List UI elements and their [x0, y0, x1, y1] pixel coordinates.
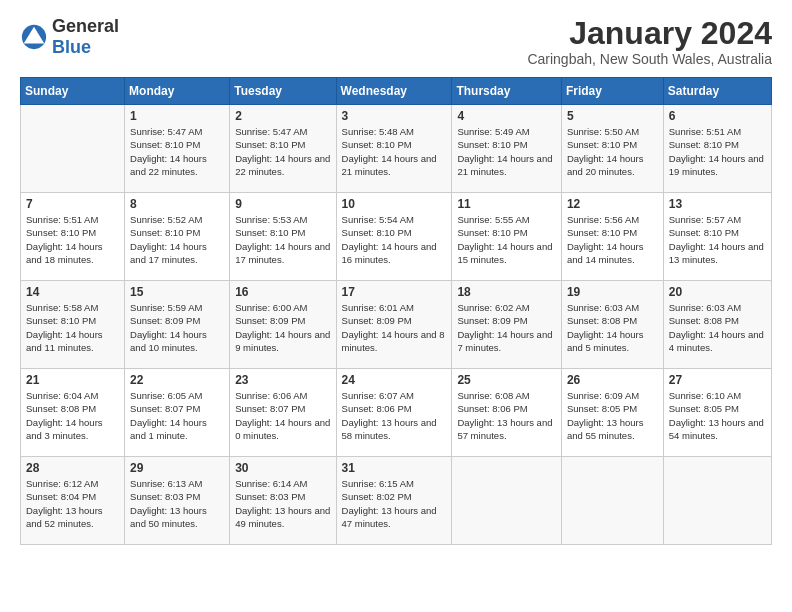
day-info: Sunrise: 6:04 AMSunset: 8:08 PMDaylight:…	[26, 390, 103, 441]
title-block: January 2024 Caringbah, New South Wales,…	[527, 16, 772, 67]
calendar-subtitle: Caringbah, New South Wales, Australia	[527, 51, 772, 67]
day-info: Sunrise: 5:51 AMSunset: 8:10 PMDaylight:…	[669, 126, 764, 177]
calendar-day-cell: 24 Sunrise: 6:07 AMSunset: 8:06 PMDaylig…	[336, 369, 452, 457]
calendar-day-cell: 3 Sunrise: 5:48 AMSunset: 8:10 PMDayligh…	[336, 105, 452, 193]
day-info: Sunrise: 6:08 AMSunset: 8:06 PMDaylight:…	[457, 390, 552, 441]
calendar-day-cell: 13 Sunrise: 5:57 AMSunset: 8:10 PMDaylig…	[663, 193, 771, 281]
header-tuesday: Tuesday	[230, 78, 336, 105]
day-number: 15	[130, 285, 224, 299]
day-number: 18	[457, 285, 556, 299]
day-number: 16	[235, 285, 330, 299]
calendar-day-cell: 1 Sunrise: 5:47 AMSunset: 8:10 PMDayligh…	[125, 105, 230, 193]
day-info: Sunrise: 5:58 AMSunset: 8:10 PMDaylight:…	[26, 302, 103, 353]
calendar-week-row: 14 Sunrise: 5:58 AMSunset: 8:10 PMDaylig…	[21, 281, 772, 369]
logo-icon	[20, 23, 48, 51]
calendar-day-cell: 8 Sunrise: 5:52 AMSunset: 8:10 PMDayligh…	[125, 193, 230, 281]
day-number: 27	[669, 373, 766, 387]
calendar-header: Sunday Monday Tuesday Wednesday Thursday…	[21, 78, 772, 105]
header-friday: Friday	[561, 78, 663, 105]
day-info: Sunrise: 5:56 AMSunset: 8:10 PMDaylight:…	[567, 214, 644, 265]
day-info: Sunrise: 5:47 AMSunset: 8:10 PMDaylight:…	[130, 126, 207, 177]
day-info: Sunrise: 6:15 AMSunset: 8:02 PMDaylight:…	[342, 478, 437, 529]
day-number: 24	[342, 373, 447, 387]
day-number: 17	[342, 285, 447, 299]
day-info: Sunrise: 5:55 AMSunset: 8:10 PMDaylight:…	[457, 214, 552, 265]
day-number: 30	[235, 461, 330, 475]
calendar-day-cell: 20 Sunrise: 6:03 AMSunset: 8:08 PMDaylig…	[663, 281, 771, 369]
calendar-day-cell: 28 Sunrise: 6:12 AMSunset: 8:04 PMDaylig…	[21, 457, 125, 545]
day-info: Sunrise: 6:09 AMSunset: 8:05 PMDaylight:…	[567, 390, 644, 441]
calendar-day-cell	[452, 457, 562, 545]
day-number: 20	[669, 285, 766, 299]
day-number: 12	[567, 197, 658, 211]
calendar-day-cell: 22 Sunrise: 6:05 AMSunset: 8:07 PMDaylig…	[125, 369, 230, 457]
calendar-day-cell: 11 Sunrise: 5:55 AMSunset: 8:10 PMDaylig…	[452, 193, 562, 281]
calendar-day-cell: 10 Sunrise: 5:54 AMSunset: 8:10 PMDaylig…	[336, 193, 452, 281]
calendar-day-cell: 14 Sunrise: 5:58 AMSunset: 8:10 PMDaylig…	[21, 281, 125, 369]
day-number: 4	[457, 109, 556, 123]
day-info: Sunrise: 6:06 AMSunset: 8:07 PMDaylight:…	[235, 390, 330, 441]
day-number: 8	[130, 197, 224, 211]
calendar-day-cell: 23 Sunrise: 6:06 AMSunset: 8:07 PMDaylig…	[230, 369, 336, 457]
calendar-day-cell	[561, 457, 663, 545]
day-info: Sunrise: 5:52 AMSunset: 8:10 PMDaylight:…	[130, 214, 207, 265]
calendar-day-cell: 5 Sunrise: 5:50 AMSunset: 8:10 PMDayligh…	[561, 105, 663, 193]
day-info: Sunrise: 6:02 AMSunset: 8:09 PMDaylight:…	[457, 302, 552, 353]
day-number: 22	[130, 373, 224, 387]
calendar-day-cell: 9 Sunrise: 5:53 AMSunset: 8:10 PMDayligh…	[230, 193, 336, 281]
day-info: Sunrise: 5:50 AMSunset: 8:10 PMDaylight:…	[567, 126, 644, 177]
calendar-day-cell: 2 Sunrise: 5:47 AMSunset: 8:10 PMDayligh…	[230, 105, 336, 193]
day-info: Sunrise: 6:03 AMSunset: 8:08 PMDaylight:…	[567, 302, 644, 353]
day-number: 7	[26, 197, 119, 211]
logo-blue: Blue	[52, 37, 91, 57]
day-number: 11	[457, 197, 556, 211]
day-number: 29	[130, 461, 224, 475]
calendar-day-cell: 29 Sunrise: 6:13 AMSunset: 8:03 PMDaylig…	[125, 457, 230, 545]
header-thursday: Thursday	[452, 78, 562, 105]
day-number: 13	[669, 197, 766, 211]
day-info: Sunrise: 5:51 AMSunset: 8:10 PMDaylight:…	[26, 214, 103, 265]
day-number: 23	[235, 373, 330, 387]
day-number: 28	[26, 461, 119, 475]
day-info: Sunrise: 6:05 AMSunset: 8:07 PMDaylight:…	[130, 390, 207, 441]
day-info: Sunrise: 6:10 AMSunset: 8:05 PMDaylight:…	[669, 390, 764, 441]
calendar-day-cell: 30 Sunrise: 6:14 AMSunset: 8:03 PMDaylig…	[230, 457, 336, 545]
day-number: 14	[26, 285, 119, 299]
day-info: Sunrise: 6:01 AMSunset: 8:09 PMDaylight:…	[342, 302, 445, 353]
day-info: Sunrise: 5:57 AMSunset: 8:10 PMDaylight:…	[669, 214, 764, 265]
day-info: Sunrise: 5:47 AMSunset: 8:10 PMDaylight:…	[235, 126, 330, 177]
day-number: 3	[342, 109, 447, 123]
header-saturday: Saturday	[663, 78, 771, 105]
calendar-day-cell: 6 Sunrise: 5:51 AMSunset: 8:10 PMDayligh…	[663, 105, 771, 193]
day-info: Sunrise: 6:07 AMSunset: 8:06 PMDaylight:…	[342, 390, 437, 441]
calendar-day-cell: 15 Sunrise: 5:59 AMSunset: 8:09 PMDaylig…	[125, 281, 230, 369]
calendar-day-cell: 31 Sunrise: 6:15 AMSunset: 8:02 PMDaylig…	[336, 457, 452, 545]
day-info: Sunrise: 5:54 AMSunset: 8:10 PMDaylight:…	[342, 214, 437, 265]
logo-general: General	[52, 16, 119, 36]
logo: General Blue	[20, 16, 119, 58]
day-number: 26	[567, 373, 658, 387]
calendar-week-row: 7 Sunrise: 5:51 AMSunset: 8:10 PMDayligh…	[21, 193, 772, 281]
calendar-table: Sunday Monday Tuesday Wednesday Thursday…	[20, 77, 772, 545]
calendar-day-cell: 18 Sunrise: 6:02 AMSunset: 8:09 PMDaylig…	[452, 281, 562, 369]
day-info: Sunrise: 6:03 AMSunset: 8:08 PMDaylight:…	[669, 302, 764, 353]
header-wednesday: Wednesday	[336, 78, 452, 105]
day-info: Sunrise: 6:13 AMSunset: 8:03 PMDaylight:…	[130, 478, 207, 529]
header-row: Sunday Monday Tuesday Wednesday Thursday…	[21, 78, 772, 105]
header-sunday: Sunday	[21, 78, 125, 105]
day-info: Sunrise: 5:59 AMSunset: 8:09 PMDaylight:…	[130, 302, 207, 353]
day-number: 21	[26, 373, 119, 387]
day-info: Sunrise: 5:48 AMSunset: 8:10 PMDaylight:…	[342, 126, 437, 177]
calendar-day-cell: 4 Sunrise: 5:49 AMSunset: 8:10 PMDayligh…	[452, 105, 562, 193]
calendar-day-cell: 26 Sunrise: 6:09 AMSunset: 8:05 PMDaylig…	[561, 369, 663, 457]
page-header: General Blue January 2024 Caringbah, New…	[20, 16, 772, 67]
calendar-day-cell: 21 Sunrise: 6:04 AMSunset: 8:08 PMDaylig…	[21, 369, 125, 457]
day-number: 1	[130, 109, 224, 123]
day-number: 10	[342, 197, 447, 211]
logo-wordmark: General Blue	[52, 16, 119, 58]
calendar-day-cell	[21, 105, 125, 193]
calendar-day-cell	[663, 457, 771, 545]
day-number: 19	[567, 285, 658, 299]
calendar-day-cell: 19 Sunrise: 6:03 AMSunset: 8:08 PMDaylig…	[561, 281, 663, 369]
day-number: 5	[567, 109, 658, 123]
